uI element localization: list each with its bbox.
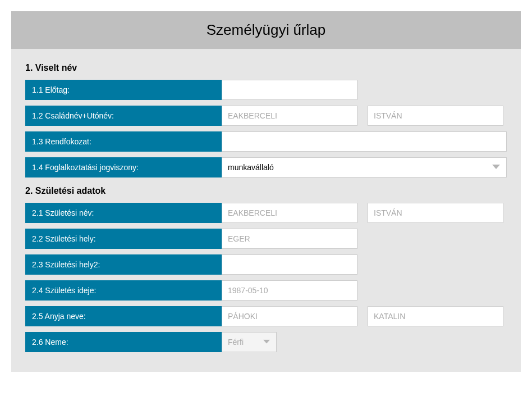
row-fullname: 1.2 Családnév+Utónév:	[25, 106, 507, 126]
select-gender[interactable]	[222, 332, 277, 352]
row-gender: 2.6 Neme:	[25, 332, 507, 352]
select-employment[interactable]	[222, 157, 507, 177]
input-mother-given[interactable]	[368, 306, 503, 326]
select-gender-wrap	[222, 332, 277, 352]
input-birth-given[interactable]	[368, 203, 503, 223]
select-employment-wrap	[222, 157, 507, 177]
row-birthdate: 2.4 Születés ideje:	[25, 280, 507, 301]
label-prefix: 1.1 Előtag:	[25, 80, 222, 100]
row-birthplace2: 2.3 Születési hely2:	[25, 254, 507, 275]
input-family-name[interactable]	[222, 106, 357, 126]
input-prefix[interactable]	[222, 80, 357, 100]
form-body: 1. Viselt név 1.1 Előtag: 1.2 Családnév+…	[11, 49, 521, 361]
section-2-heading: 2. Születési adatok	[25, 186, 507, 196]
label-gender: 2.6 Neme:	[25, 332, 222, 352]
input-rank[interactable]	[222, 131, 507, 152]
label-employment: 1.4 Foglalkoztatási jogviszony:	[25, 157, 222, 177]
input-mother-family[interactable]	[222, 306, 357, 326]
page-title: Személyügyi űrlap	[11, 21, 521, 39]
input-birth-family[interactable]	[222, 203, 357, 223]
row-mothername: 2.5 Anyja neve:	[25, 306, 507, 326]
label-mothername: 2.5 Anyja neve:	[25, 306, 222, 326]
label-fullname: 1.2 Családnév+Utónév:	[25, 106, 222, 126]
label-rank: 1.3 Rendfokozat:	[25, 131, 222, 152]
form-container: Személyügyi űrlap 1. Viselt név 1.1 Előt…	[11, 11, 521, 372]
label-birthplace2: 2.3 Születési hely2:	[25, 254, 222, 275]
row-birthname: 2.1 Születési név:	[25, 203, 507, 223]
row-birthplace: 2.2 Születési hely:	[25, 229, 507, 249]
input-given-name[interactable]	[368, 106, 503, 126]
input-birthplace2[interactable]	[222, 254, 357, 275]
input-birthplace[interactable]	[222, 229, 357, 249]
label-birthname: 2.1 Születési név:	[25, 203, 222, 223]
section-1-heading: 1. Viselt név	[25, 63, 507, 73]
row-prefix: 1.1 Előtag:	[25, 80, 507, 100]
label-birthdate: 2.4 Születés ideje:	[25, 280, 222, 301]
title-bar: Személyügyi űrlap	[11, 11, 521, 49]
row-rank: 1.3 Rendfokozat:	[25, 131, 507, 152]
row-employment: 1.4 Foglalkoztatási jogviszony:	[25, 157, 507, 177]
input-birthdate[interactable]	[222, 280, 357, 301]
label-birthplace: 2.2 Születési hely:	[25, 229, 222, 249]
